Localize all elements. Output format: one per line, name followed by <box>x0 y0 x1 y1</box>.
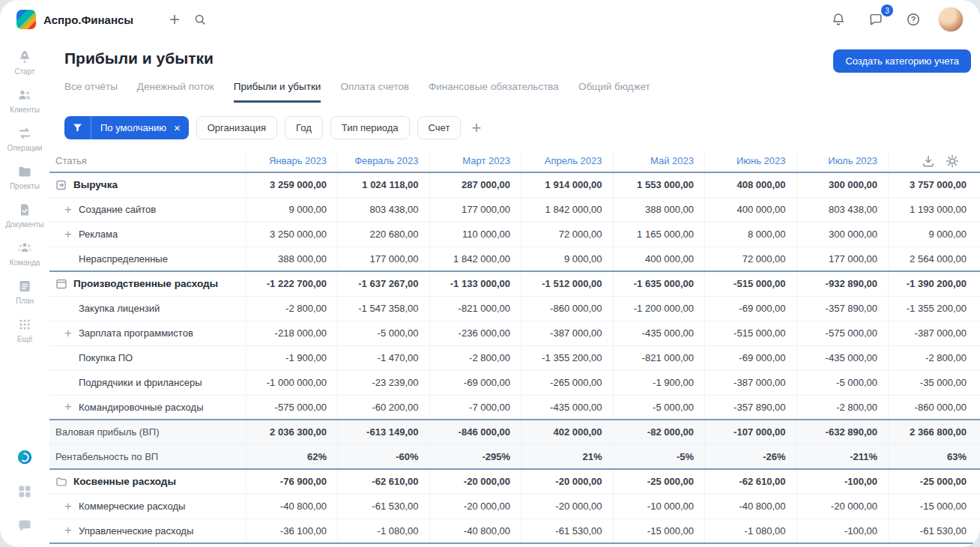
tab-3-active[interactable]: Прибыли и убытки <box>234 81 321 103</box>
row-label-cell[interactable]: +Покупка ПО <box>49 345 246 370</box>
cell-value: -575 000,00 <box>796 321 889 345</box>
row-label-cell[interactable]: +Реклама <box>49 222 246 247</box>
plan-icon <box>17 279 32 294</box>
cell-value: -1 635 000,00 <box>613 271 705 296</box>
cell-value: -20 000,00 <box>521 469 614 494</box>
tab-4[interactable]: Оплата счетов <box>340 81 409 103</box>
support-icon[interactable] <box>17 519 32 534</box>
sidebar-item-label: Документы <box>5 220 44 229</box>
cell-value: -36 100,00 <box>246 519 338 543</box>
tab-6[interactable]: Общий бюджет <box>578 81 650 103</box>
cell-value: 21% <box>521 444 614 469</box>
sidebar-item-team[interactable]: Команда <box>5 235 44 273</box>
cell-value: -1 080,00 <box>705 519 797 543</box>
cell-value: 408 000,00 <box>705 172 797 197</box>
row-label-cell[interactable]: +Закупка лицензий <box>49 296 246 321</box>
cell-value: -107 000,00 <box>705 420 797 444</box>
sidebar-item-clients[interactable]: Клиенты <box>5 82 44 120</box>
tab-1[interactable]: Все отчёты <box>64 81 118 103</box>
row-label-cell[interactable]: +Создание сайтов <box>49 197 246 222</box>
row-label-cell[interactable]: +Зарплата программистов <box>49 321 246 345</box>
apps-marketplace-icon[interactable] <box>17 484 32 499</box>
row-label-cell[interactable]: +Подрядчики и фрилансеры <box>49 370 246 395</box>
create-category-button[interactable]: Создать категорию учета <box>833 49 971 73</box>
row-label-cell[interactable]: +Командировочные расходы <box>49 395 246 420</box>
table-body: Выручка3 259 000,001 024 118,00287 000,0… <box>49 172 980 543</box>
filter-button[interactable]: Тип периода <box>330 116 410 139</box>
row-label-cell[interactable]: Валовая прибыль (ВП) <box>49 420 246 444</box>
cell-value: -860 000,00 <box>521 296 614 321</box>
sidebar-item-plan[interactable]: План <box>5 273 44 311</box>
finance-app-logo-icon[interactable] <box>17 450 32 465</box>
sidebar-item-label: План <box>16 297 34 305</box>
tab-5[interactable]: Финансовые обязательства <box>429 81 559 103</box>
table-settings-button[interactable] <box>946 154 959 168</box>
remove-filter-icon[interactable]: × <box>171 122 189 133</box>
row-label-cell[interactable]: Рентабельность по ВП <box>49 444 246 469</box>
row-label-cell[interactable]: +Коммерческие расходы <box>49 494 246 519</box>
app-logo-icon[interactable] <box>16 10 36 29</box>
active-filter-chip[interactable]: По умолчанию × <box>64 116 189 139</box>
row-label: Выручка <box>73 179 118 190</box>
row-label-cell[interactable]: +Нераспределенные <box>49 247 246 271</box>
expand-plus-icon[interactable]: + <box>64 401 73 413</box>
plus-icon <box>168 13 181 26</box>
expand-plus-icon[interactable]: + <box>64 204 73 216</box>
sidebar-item-documents[interactable]: Документы <box>5 196 44 235</box>
help-button[interactable] <box>901 7 926 32</box>
chat-button[interactable]: 3 <box>863 7 889 32</box>
expand-plus-icon[interactable]: + <box>64 525 73 537</box>
cell-value: -613 149,00 <box>338 420 430 444</box>
cell-value: -1 470,00 <box>338 345 430 370</box>
column-header-month: Июнь 2023 <box>705 150 797 172</box>
row-label: Коммерческие расходы <box>79 501 185 512</box>
row-label: Рентабельность по ВП <box>55 451 158 462</box>
cell-value: -435 000,00 <box>796 345 889 370</box>
filter-bar: По умолчанию × ОрганизацияГодТип периода… <box>49 103 980 139</box>
user-avatar[interactable] <box>938 7 964 32</box>
filter-button[interactable]: Год <box>285 116 323 139</box>
cell-value: 300 000,00 <box>796 172 889 197</box>
sidebar: СтартКлиентыОперацииПроектыДокументыКома… <box>0 39 49 547</box>
expand-plus-icon[interactable]: + <box>64 327 73 339</box>
row-label: Управленческие расходы <box>79 525 193 537</box>
filter-button[interactable]: Организация <box>196 116 277 139</box>
row-label: Подрядчики и фрилансеры <box>79 377 202 388</box>
sidebar-item-projects[interactable]: Проекты <box>5 158 44 196</box>
start-icon <box>17 49 32 64</box>
row-label-cell[interactable]: +Управленческие расходы <box>49 519 246 543</box>
quick-add-button[interactable] <box>162 7 187 32</box>
table-row: +Закупка лицензий-2 800,00-1 547 358,00-… <box>49 296 980 321</box>
sidebar-item-operations[interactable]: Операции <box>5 120 44 158</box>
table-row: +Подрядчики и фрилансеры-1 000 000,00-23… <box>49 370 980 395</box>
cell-value: -387 000,00 <box>521 321 614 345</box>
cell-value: 9 000,00 <box>246 197 338 222</box>
table-row: +Покупка ПО-1 900,00-1 470,00-2 800,00-1… <box>49 345 980 370</box>
column-header-month: Апрель 2023 <box>521 150 614 172</box>
sidebar-item-start[interactable]: Старт <box>5 43 44 82</box>
expand-plus-icon[interactable]: + <box>64 229 73 241</box>
cell-value: -69 000,00 <box>429 370 521 395</box>
cell-value: -69 000,00 <box>705 296 797 321</box>
table-row: +Нераспределенные388 000,00177 000,001 8… <box>49 247 980 271</box>
gear-icon <box>946 154 959 168</box>
sidebar-item-label: Ещё <box>17 335 32 343</box>
sidebar-item-more[interactable]: Ещё <box>5 311 44 349</box>
cell-value: -1 133 000,00 <box>429 271 521 296</box>
sidebar-item-label: Операции <box>7 144 43 152</box>
tab-2[interactable]: Денежный поток <box>137 81 214 103</box>
add-filter-button[interactable]: + <box>468 120 484 136</box>
search-button[interactable] <box>187 7 213 32</box>
filter-button[interactable]: Счет <box>417 116 462 139</box>
cell-value: -5% <box>613 444 705 469</box>
row-label-cell[interactable]: Выручка <box>49 172 246 197</box>
cell-value: 3 757 000,00 <box>889 172 980 197</box>
export-download-button[interactable] <box>922 154 935 168</box>
cell-value: 177 000,00 <box>796 247 889 271</box>
notifications-button[interactable] <box>826 7 851 32</box>
row-label-cell[interactable]: Косвенные расходы <box>49 469 246 494</box>
cell-value: 2 036 300,00 <box>246 420 338 444</box>
row-label-cell[interactable]: Производственные расходы <box>49 271 246 296</box>
cell-value: -1 355 200,00 <box>521 345 614 370</box>
expand-plus-icon[interactable]: + <box>64 501 73 513</box>
